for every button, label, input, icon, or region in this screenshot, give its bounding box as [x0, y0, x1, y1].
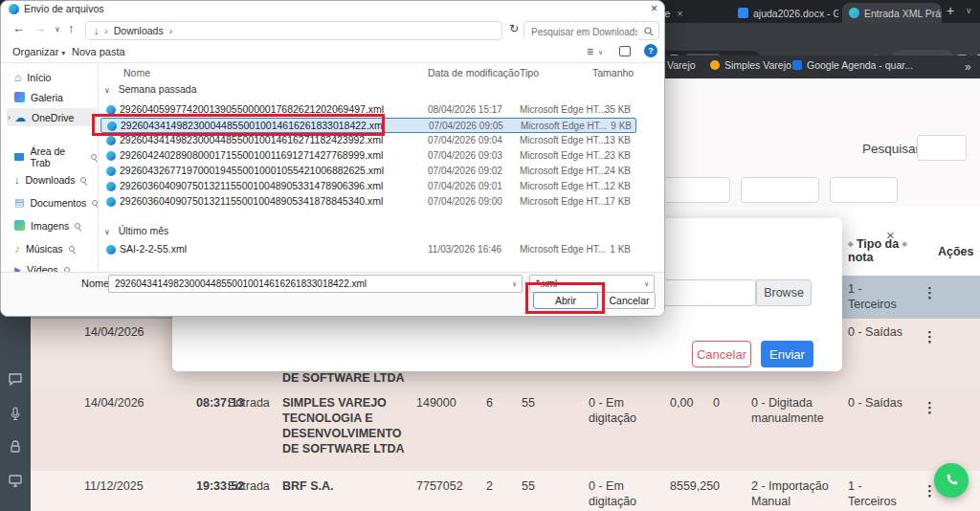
edge-file-icon [106, 245, 116, 255]
file-row[interactable]: 2926036040907501321155001004890533147890… [100, 179, 636, 194]
search-input[interactable] [917, 135, 967, 161]
tab-close-icon[interactable]: × [677, 8, 682, 19]
sidebar-item-galeria[interactable]: Galeria [7, 88, 97, 106]
column-header-tamanho[interactable]: Tamanho [592, 67, 634, 78]
splitter[interactable] [98, 64, 99, 271]
cell-modelo: 55 [522, 478, 535, 494]
column-header-data[interactable]: Data de modificação [428, 67, 520, 78]
expand-chevron-icon[interactable]: › [8, 113, 11, 122]
sidebar-item-label: Imagens [31, 220, 69, 232]
column-header-tipo-da-nota[interactable]: ◆ Tipo da ◆ nota [848, 237, 909, 264]
view-list-icon[interactable]: ≡ [587, 45, 593, 58]
breadcrumb[interactable]: ↓ › Downloads › [85, 21, 502, 40]
cell-valor: 0,00 [670, 395, 693, 411]
downloads-icon: ↓ [14, 174, 20, 186]
dialog-app-icon [9, 4, 19, 14]
cell-situacao: 0 - Em digitação [589, 395, 656, 426]
column-header-tipo[interactable]: Tipo [520, 67, 539, 78]
modal-send-button[interactable]: Enviar [761, 341, 813, 367]
file-size: 35 KB [571, 104, 631, 115]
dialog-close-icon[interactable]: × [651, 2, 657, 15]
back-icon[interactable]: ← [12, 21, 25, 35]
monitor-icon[interactable] [8, 473, 23, 488]
bookmarks-overflow-icon[interactable]: » [965, 60, 971, 74]
chevron-down-icon[interactable]: ∨ [512, 280, 517, 288]
dialog-cancel-button[interactable]: Cancelar [603, 292, 656, 309]
cell-modelo: 55 [522, 395, 535, 411]
edge-file-icon [106, 182, 116, 191]
file-row[interactable]: 2926036040907501321155001004890534187884… [100, 194, 636, 210]
pin-icon [69, 246, 75, 252]
modal-cancel-button[interactable]: Cancelar [692, 341, 751, 367]
whatsapp-button[interactable] [934, 463, 969, 498]
sidebar-item-documentos[interactable]: ▤ Documentos [7, 193, 97, 211]
row-actions-kebab-icon[interactable]: ⋮ [923, 399, 937, 416]
file-row[interactable]: 2926042402890800017155001001169127142776… [100, 148, 636, 164]
modal-close-icon[interactable]: × [886, 227, 895, 243]
microphone-icon[interactable] [8, 406, 23, 421]
sidebar-item-area-de-trabalho[interactable]: Área de Trab [7, 147, 97, 166]
new-folder-button[interactable]: Nova pasta [72, 46, 125, 57]
tab-entrada-xml[interactable]: Entrada XML Prático N × [842, 3, 942, 23]
table-row[interactable]: 14/04/2026 08:37:13 Entrada SIMPLES VARE… [31, 388, 980, 471]
file-group-header[interactable]: ∨ Semana passada [104, 83, 197, 95]
file-row[interactable]: 2926043267719700019455001000105542100688… [100, 164, 636, 179]
lock-icon[interactable] [8, 439, 23, 455]
sidebar-item-downloads[interactable]: ↓ Downloads [7, 170, 97, 189]
breadcrumb-folder[interactable]: Downloads [114, 25, 164, 36]
file-group-header[interactable]: ∨ Último mês [104, 225, 168, 236]
globe-favicon [849, 8, 859, 18]
new-tab-button[interactable]: + [947, 3, 954, 18]
sort-icon[interactable]: ◆ [848, 240, 853, 247]
collapse-chevron-icon[interactable]: ∨ [104, 86, 110, 95]
column-filter-input[interactable] [741, 177, 819, 203]
sidebar-item-musicas[interactable]: ♪ Músicas [7, 239, 97, 257]
chevron-down-icon[interactable]: ∨ [644, 280, 649, 288]
edge-file-icon [106, 167, 116, 176]
organize-button[interactable]: Organizar ▾ [12, 46, 65, 57]
row-actions-kebab-icon[interactable]: ⋮ [923, 284, 937, 301]
cell-origem: 0 - Digitada manualmente [751, 395, 847, 426]
tab-list-chevron-icon[interactable]: ∨ [966, 6, 972, 15]
help-icon[interactable]: ? [644, 44, 657, 57]
sidebar-item-onedrive[interactable]: › ☁ OneDrive [7, 108, 97, 126]
sidebar-item-inicio[interactable]: ⌂ Início [7, 68, 97, 86]
view-chevron-icon[interactable]: ∨ [598, 49, 603, 56]
chevron-down-icon: ▾ [61, 49, 65, 57]
tab-docs[interactable]: ajuda2026.docx - Goo × [731, 3, 838, 23]
preview-pane-icon[interactable] [619, 46, 631, 56]
cell-tipo-nota: 1 - Terceiros [848, 281, 905, 312]
refresh-icon[interactable]: ↻ [509, 22, 519, 35]
dialog-search-input[interactable] [524, 24, 637, 41]
bookmark-label: Simples Varejo [724, 59, 791, 71]
dialog-search-box[interactable] [523, 21, 659, 40]
file-name: 2926043267719700019455001000105542100688… [120, 165, 384, 176]
column-filter-input[interactable] [663, 177, 730, 203]
docs-favicon [738, 8, 748, 18]
organize-label: Organizar [12, 46, 58, 57]
row-actions-kebab-icon[interactable]: ⋮ [923, 328, 937, 345]
cell-empresa: SIMPLES VAREJO TECNOLOGIA E DESENVOLVIME… [282, 395, 409, 456]
cell-tipo: Entrada [228, 395, 270, 411]
file-size: 9 KB [572, 121, 632, 131]
chat-icon[interactable] [8, 371, 23, 387]
file-row[interactable]: SAI-2-2-55.xml 11/03/2026 16:46 Microsof… [100, 242, 636, 257]
onedrive-cloud-icon: ☁ [14, 111, 26, 124]
recent-locations-icon[interactable]: ∨ [55, 25, 60, 33]
forward-icon[interactable]: → [33, 21, 46, 35]
bookmark-google-agenda[interactable]: Google Agenda - quar... [792, 59, 913, 71]
collapse-chevron-icon[interactable]: ∨ [104, 228, 110, 236]
sort-icon[interactable]: ◆ [902, 240, 907, 247]
column-filter-input[interactable] [830, 177, 898, 203]
up-icon[interactable]: ↑ [68, 21, 75, 35]
bookmark-simples-varejo[interactable]: Simples Varejo [710, 59, 791, 71]
table-row[interactable]: 11/12/2025 19:33:52 Entrada BRF S.A. 775… [31, 471, 980, 511]
cell-extra: 0 [713, 478, 720, 494]
file-name-combobox[interactable]: 2926043414982300044855001001461626183301… [108, 275, 523, 293]
sidebar-item-label: Downloads [26, 174, 76, 186]
sidebar-item-imagens[interactable]: Imagens [7, 216, 97, 234]
cell-data: 14/04/2026 [84, 395, 145, 411]
breadcrumb-separator: › [104, 25, 108, 36]
browse-button[interactable]: Browse [756, 279, 812, 306]
column-header-nome[interactable]: Nome [123, 67, 150, 78]
